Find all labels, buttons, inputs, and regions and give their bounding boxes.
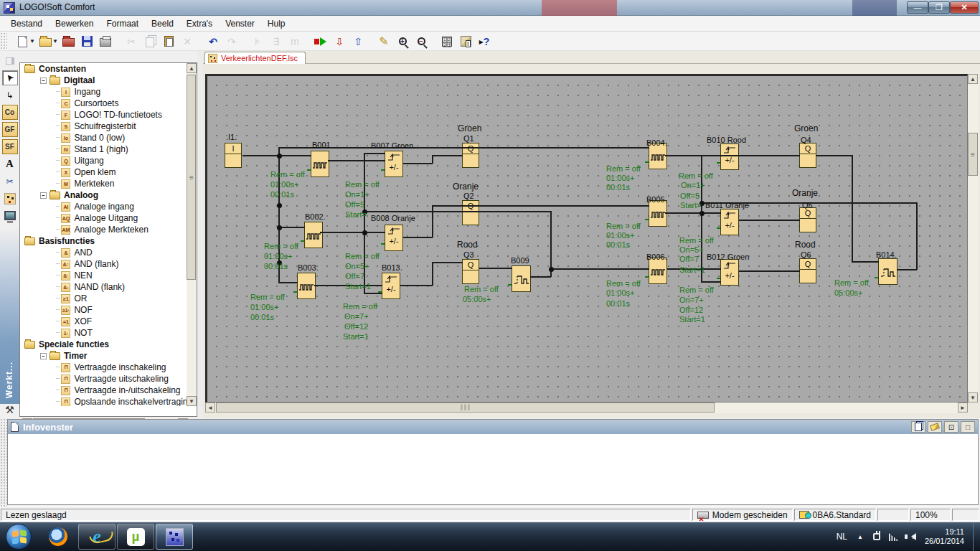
- block-B002[interactable]: [304, 222, 323, 248]
- block-Q5[interactable]: Q: [799, 207, 816, 232]
- show-desktop-button[interactable]: [973, 522, 980, 551]
- tree-item-merkteken[interactable]: ┄MMerkteken: [20, 178, 187, 189]
- text-tool[interactable]: A: [2, 156, 18, 171]
- zoom-in-icon[interactable]: +: [395, 34, 410, 49]
- tree-item-stand-1-high-[interactable]: ┄hiStand 1 (high): [20, 143, 187, 155]
- zoom-out-icon[interactable]: −: [413, 34, 429, 49]
- scrollbar-thumb[interactable]: [187, 75, 196, 280]
- tree-item-logo-td-functietoets[interactable]: ┄FLOGO! TD-functietoets: [20, 109, 187, 121]
- block-B013[interactable]: +/-: [382, 273, 400, 299]
- copy-output-button[interactable]: [911, 421, 925, 433]
- taskbar-utorrent[interactable]: µ: [117, 524, 154, 550]
- paste-icon[interactable]: [161, 34, 176, 49]
- scroll-left-arrow[interactable]: ◄: [205, 402, 215, 413]
- tree-item-and-flank-[interactable]: ┄&↑AND (flank): [20, 258, 187, 270]
- align-horizontal-icon[interactable]: ∃: [268, 34, 284, 49]
- tree-item-analoge-uitgang[interactable]: ┄AQAnaloge Uitgang: [20, 212, 187, 224]
- simulation-tool[interactable]: [2, 208, 18, 223]
- block-B003[interactable]: [297, 273, 316, 299]
- taskbar-internet-explorer[interactable]: e: [78, 524, 116, 550]
- tree-item-not[interactable]: ┄1·NOT: [20, 327, 187, 339]
- scroll-up-arrow[interactable]: ▲: [968, 74, 978, 84]
- cut-icon[interactable]: ✂: [123, 34, 139, 49]
- tray-expand-icon[interactable]: ▲: [857, 534, 863, 540]
- menu-extras[interactable]: Extra's: [180, 17, 219, 30]
- block-I1[interactable]: I: [225, 143, 242, 168]
- tree-item-cursortoets[interactable]: ┄CCursortoets: [20, 98, 187, 109]
- minimize-button[interactable]: —: [907, 1, 928, 14]
- tree-item-open-klem[interactable]: ┄XOpen klem: [20, 166, 187, 178]
- diagram-tool[interactable]: [2, 191, 18, 206]
- toolbar-grip[interactable]: [0, 32, 7, 50]
- selection-tool[interactable]: ➤: [2, 70, 18, 85]
- power-plug-icon[interactable]: [873, 533, 880, 540]
- tree-item-nof[interactable]: ┄≥1·NOF: [20, 304, 187, 316]
- new-file-icon[interactable]: [14, 34, 30, 49]
- tree-item-analoge-ingang[interactable]: ┄AIAnaloge ingang: [20, 201, 187, 212]
- scroll-down-arrow[interactable]: ▼: [187, 396, 197, 406]
- scroll-up-arrow[interactable]: ▲: [187, 63, 197, 73]
- block-B011[interactable]: +/-: [720, 209, 739, 235]
- maximize-button[interactable]: ❐: [928, 1, 950, 14]
- menu-bewerken[interactable]: Bewerken: [49, 17, 100, 30]
- panel-splitter[interactable]: [197, 51, 203, 418]
- start-stop-icon[interactable]: [313, 34, 329, 49]
- delete-icon[interactable]: ✕: [179, 34, 195, 49]
- clear-output-button[interactable]: [928, 421, 942, 433]
- tools-icon[interactable]: ⚒: [5, 404, 14, 418]
- tree-item-analoog[interactable]: −Analoog: [20, 189, 187, 201]
- save-icon[interactable]: [79, 34, 95, 49]
- tree-item-or[interactable]: ┄≥1OR: [20, 293, 187, 304]
- tree-item-nen[interactable]: ┄&·NEN: [20, 270, 187, 281]
- tree-expander-icon[interactable]: −: [40, 192, 47, 199]
- split-tool[interactable]: ✂: [2, 174, 18, 189]
- block-Q3[interactable]: Q: [462, 259, 479, 284]
- tree-expander-icon[interactable]: −: [40, 353, 47, 359]
- restore-panel-button[interactable]: ⊡: [944, 421, 958, 433]
- tree-item-constanten[interactable]: Constanten: [20, 63, 187, 75]
- tree-item-vertraagde-inschakeling[interactable]: ┄⊓Vertraagde inschakeling: [20, 362, 187, 373]
- document-tab[interactable]: VerkeerlichtenDEF.lsc: [204, 52, 306, 64]
- tree-item-vertraagde-in-uitschakeling[interactable]: ┄⊓Vertraagde in-/uitschakeling: [20, 385, 187, 396]
- close-file-icon[interactable]: [60, 34, 76, 49]
- language-indicator[interactable]: NL: [837, 532, 847, 542]
- tree-item-ingang[interactable]: ┄IIngang: [20, 86, 187, 98]
- tree-item-schuifregisterbit[interactable]: ┄SSchuifregisterbit: [20, 121, 187, 132]
- tree-expander-icon[interactable]: −: [40, 77, 47, 84]
- tree-item-timer[interactable]: −Timer: [20, 350, 187, 362]
- volume-icon[interactable]: [908, 533, 916, 540]
- simulation-pen-icon[interactable]: ✎: [376, 34, 392, 49]
- block-B008[interactable]: +/-: [385, 225, 403, 251]
- tree-item-basisfuncties[interactable]: Basisfuncties: [20, 235, 187, 247]
- menu-venster[interactable]: Venster: [219, 17, 261, 30]
- align-vertical-icon[interactable]: ⊧: [250, 34, 265, 49]
- block-B014[interactable]: [878, 258, 897, 285]
- connect-tool[interactable]: ↳: [2, 88, 18, 103]
- download-pc-logo-icon[interactable]: ⇩: [331, 34, 347, 49]
- tree-item-vertraagde-uitschakeling[interactable]: ┄⊓Vertraagde uitschakeling: [20, 373, 187, 385]
- menu-hulp[interactable]: Hulp: [261, 17, 292, 30]
- new-file-dropdown[interactable]: ▼: [29, 34, 36, 49]
- tree-item-nand-flank-[interactable]: ┄&-NAND (flank): [20, 281, 187, 293]
- open-file-dropdown[interactable]: ▼: [52, 34, 59, 49]
- editor-horizontal-scrollbar[interactable]: ◄ ►: [205, 402, 968, 413]
- frame-tool[interactable]: [2, 53, 18, 68]
- upload-logo-pc-icon[interactable]: ⇧: [350, 34, 366, 49]
- tree-vertical-scrollbar[interactable]: ▲ ▼: [187, 63, 197, 406]
- block-B010[interactable]: +/-: [720, 143, 739, 170]
- open-file-icon[interactable]: [37, 34, 53, 49]
- scrollbar-thumb[interactable]: [968, 133, 978, 176]
- basic-functions-tool[interactable]: GF: [2, 122, 18, 137]
- print-icon[interactable]: [98, 34, 113, 49]
- constants-tool[interactable]: Co: [2, 105, 18, 120]
- redo-icon[interactable]: ↷: [224, 34, 240, 49]
- special-functions-tool[interactable]: SF: [2, 139, 18, 154]
- tree-item-stand-0-low-[interactable]: ┄loStand 0 (low): [20, 132, 187, 143]
- tree-item-analoge-merkteken[interactable]: ┄AMAnaloge Merkteken: [20, 224, 187, 235]
- taskbar-clock[interactable]: 19:11 26/01/2014: [925, 527, 964, 546]
- taskbar-firefox[interactable]: [39, 524, 77, 550]
- collapsed-tools-panel[interactable]: Werkt...: [0, 227, 19, 404]
- scrollbar-thumb[interactable]: [216, 402, 715, 413]
- scroll-right-arrow[interactable]: ►: [958, 402, 968, 413]
- maximize-panel-button[interactable]: □: [961, 421, 975, 433]
